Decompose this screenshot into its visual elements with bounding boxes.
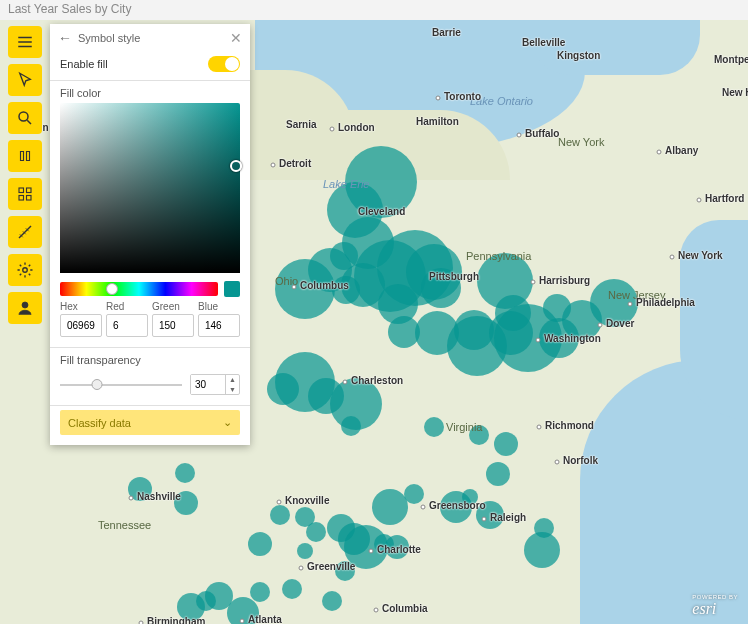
layers-button[interactable] [8,140,42,172]
city-dot [421,505,426,510]
saturation-cursor[interactable] [230,160,242,172]
classify-data-button[interactable]: Classify data ⌄ [60,410,240,435]
svg-rect-3 [19,196,24,201]
city-label: Greenville [307,561,355,572]
sales-bubble[interactable] [270,505,290,525]
transparency-knob[interactable] [91,379,102,390]
city-label: Barrie [432,27,461,38]
svg-rect-1 [19,188,24,193]
city-dot [436,96,441,101]
state-label: Virginia [446,421,483,433]
city-label: Detroit [279,158,311,169]
city-label: Nashville [137,491,181,502]
fill-color-label: Fill color [50,81,250,103]
city-label: New Hamr [722,87,748,98]
city-label: Washington [544,333,601,344]
transparency-input[interactable] [191,375,225,394]
sales-bubble[interactable] [322,591,342,611]
city-dot [374,608,379,613]
blue-label: Blue [198,301,240,312]
spinner-down-icon[interactable]: ▼ [226,385,239,395]
sales-bubble[interactable] [372,489,408,525]
city-dot [292,285,297,290]
close-icon[interactable]: ✕ [230,30,242,46]
city-dot [369,549,374,554]
hue-cursor[interactable] [106,283,118,295]
city-label: Raleigh [490,512,526,523]
state-label: Pennsylvania [466,250,531,262]
city-label: Richmond [545,420,594,431]
city-dot [271,163,276,168]
city-label: Atlanta [248,614,282,624]
city-label: Knoxville [285,495,329,506]
settings-button[interactable] [8,254,42,286]
city-label: New York [678,250,723,261]
sales-bubble[interactable] [494,432,518,456]
page-title: Last Year Sales by City [0,0,748,20]
enable-fill-toggle[interactable] [208,56,240,72]
hue-slider[interactable] [60,282,218,296]
transparency-slider[interactable] [60,378,182,392]
city-label: Harrisburg [539,275,590,286]
sales-bubble[interactable] [306,522,326,542]
select-button[interactable] [8,64,42,96]
hex-input[interactable] [60,314,102,337]
svg-rect-2 [27,188,32,193]
spinner-up-icon[interactable]: ▲ [226,375,239,385]
city-dot [657,150,662,155]
search-button[interactable] [8,102,42,134]
sales-bubble[interactable] [341,416,361,436]
measure-button[interactable] [8,216,42,248]
red-label: Red [106,301,148,312]
sales-bubble[interactable] [175,463,195,483]
sales-bubble[interactable] [486,462,510,486]
transparency-spinner[interactable]: ▲ ▼ [190,374,240,395]
sales-bubble[interactable] [424,417,444,437]
city-dot [517,133,522,138]
city-dot [343,380,348,385]
chevron-down-icon: ⌄ [223,416,232,429]
basemap-button[interactable] [8,178,42,210]
city-dot [537,425,542,430]
enable-fill-label: Enable fill [60,58,108,70]
state-label: New York [558,136,604,148]
city-dot [299,566,304,571]
green-input[interactable] [152,314,194,337]
saturation-area[interactable] [60,103,240,273]
city-dot [536,338,541,343]
menu-button[interactable] [8,26,42,58]
city-dot [330,127,335,132]
city-label: Norfolk [563,455,598,466]
city-label: Birmingham [147,616,205,624]
hex-label: Hex [60,301,102,312]
city-label: Dover [606,318,634,329]
city-dot [129,496,134,501]
city-label: Philadelphia [636,297,695,308]
city-label: Columbus [300,280,349,291]
sales-bubble[interactable] [250,582,270,602]
esri-attribution: POWERED BY esri [692,594,738,618]
red-input[interactable] [106,314,148,337]
sales-bubble[interactable] [248,532,272,556]
svg-rect-4 [27,196,32,201]
account-button[interactable] [8,292,42,324]
svg-point-6 [22,302,28,308]
city-label: Charleston [351,375,403,386]
city-dot [531,280,536,285]
state-label: Lake Erie [323,178,369,190]
svg-point-0 [19,112,28,121]
back-icon[interactable]: ← [58,30,72,46]
sales-bubble[interactable] [282,579,302,599]
sales-bubble[interactable] [404,484,424,504]
sales-bubble[interactable] [297,543,313,559]
blue-input[interactable] [198,314,240,337]
green-label: Green [152,301,194,312]
city-label: Columbia [382,603,428,614]
city-dot [240,619,245,624]
city-dot [555,460,560,465]
sales-bubble[interactable] [543,294,571,322]
city-label: Sarnia [286,119,317,130]
city-dot [277,500,282,505]
city-dot [628,302,633,307]
sales-bubble[interactable] [524,532,560,568]
